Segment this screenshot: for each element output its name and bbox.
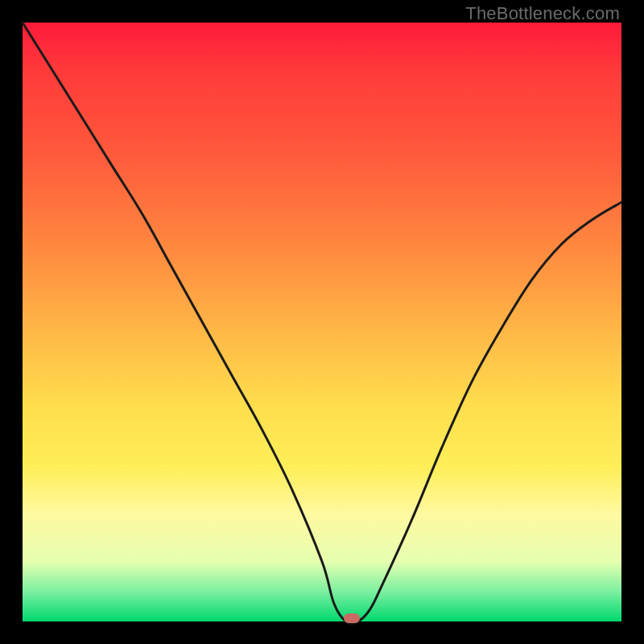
bottleneck-curve [23,23,621,624]
balance-marker [344,613,360,623]
curve-svg [23,23,621,621]
plot-area [23,23,621,621]
chart-frame: TheBottleneck.com [0,0,644,644]
watermark-text: TheBottleneck.com [465,3,620,24]
